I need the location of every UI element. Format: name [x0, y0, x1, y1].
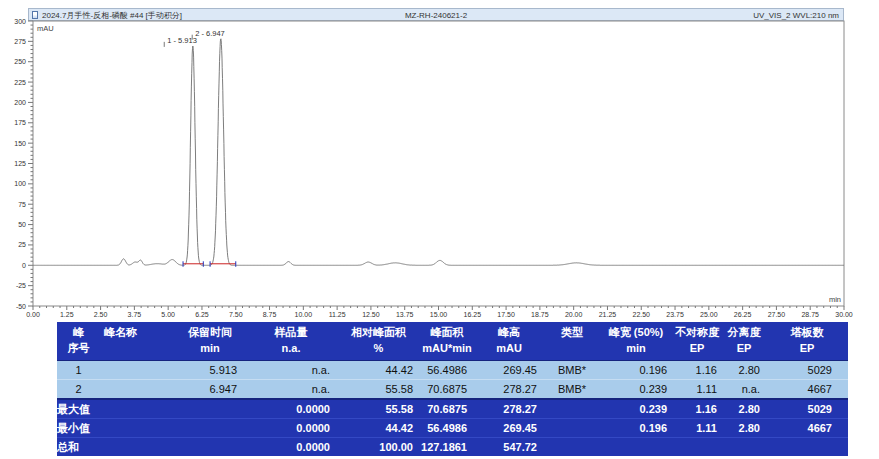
x-axis-tick-label: 11.25 — [329, 311, 346, 318]
y-axis-tick-label: -25 — [16, 282, 26, 289]
cell-relative-area: 55.58 — [337, 380, 420, 400]
cell-height: 278.27 — [474, 399, 544, 419]
peak-row[interactable]: 15.913n.a.44.4256.4986269.45BMB*0.1961.1… — [57, 361, 848, 380]
column-header-amount: 样品量n.a. — [245, 322, 337, 361]
plot-border — [33, 21, 844, 306]
cell-resolution: 2.80 — [722, 419, 766, 438]
table-header-row: 峰序号峰名称保留时间min样品量n.a.相对峰面积%峰面积mAU*min峰高mA… — [57, 322, 848, 361]
cell-resolution: 2.80 — [722, 399, 766, 419]
cell-amount: 0.0000 — [245, 399, 337, 419]
cell-area: 56.4986 — [420, 361, 474, 380]
cell-resolution: 2.80 — [722, 361, 766, 380]
x-axis-tick-label: 22.50 — [632, 311, 650, 318]
y-axis-tick-label: 75 — [18, 201, 26, 208]
y-axis-tick-label: 0 — [22, 262, 26, 269]
y-axis-tick-label: 300 — [14, 18, 26, 25]
x-axis-tick-label: 8.75 — [263, 311, 277, 318]
cell-plates: 4667 — [766, 419, 848, 438]
cell-relative-area: 100.00 — [337, 438, 420, 457]
x-axis-unit-label: min — [829, 295, 841, 304]
cell-asymmetry — [672, 438, 722, 457]
y-axis-tick-label: 250 — [14, 58, 26, 65]
cell-area: 56.4986 — [420, 419, 474, 438]
cell-retention-time: 5.913 — [175, 361, 245, 380]
summary-label: 总和 — [57, 438, 175, 457]
cell-plates: 5029 — [766, 399, 848, 419]
x-axis-tick-label: 17.50 — [497, 311, 515, 318]
x-axis-tick-label: 30.00 — [835, 311, 853, 318]
cell-amount: n.a. — [245, 361, 337, 380]
cell-height: 269.45 — [474, 361, 544, 380]
cell-peak-number: 2 — [57, 380, 100, 400]
y-axis-tick-label: -50 — [16, 303, 26, 310]
cell-asymmetry: 1.16 — [672, 399, 722, 419]
cell-area: 70.6875 — [420, 380, 474, 400]
cell-plates — [766, 438, 848, 457]
column-header-type: 类型 — [544, 322, 600, 361]
cell-height: 547.72 — [474, 438, 544, 457]
x-axis-tick-label: 10.00 — [295, 311, 313, 318]
trace-layer — [33, 39, 844, 267]
cell-width-50: 0.239 — [600, 380, 672, 400]
cell-amount: n.a. — [245, 380, 337, 400]
integration-results-table: 峰序号峰名称保留时间min样品量n.a.相对峰面积%峰面积mAU*min峰高mA… — [57, 322, 848, 456]
cell-peak-name — [100, 361, 175, 380]
column-header-area: 峰面积mAU*min — [420, 322, 474, 361]
x-axis-tick-label: 18.75 — [531, 311, 549, 318]
cell-type — [544, 419, 600, 438]
cell-retention-time: 6.947 — [175, 380, 245, 400]
peak-row[interactable]: 26.947n.a.55.5870.6875278.27BMB*0.2391.1… — [57, 380, 848, 400]
cell-width-50 — [600, 438, 672, 457]
cell-area: 127.1861 — [420, 438, 474, 457]
cell-amount: 0.0000 — [245, 419, 337, 438]
column-header-resolution: 分离度EP — [722, 322, 766, 361]
x-axis-tick-label: 0.00 — [26, 311, 40, 318]
y-axis-tick-label: 150 — [14, 140, 26, 147]
column-header-peak-name: 峰名称 — [100, 322, 175, 361]
cell-height: 278.27 — [474, 380, 544, 400]
x-axis-tick-label: 25.00 — [700, 311, 718, 318]
y-axis-unit-label: mAU — [37, 24, 54, 33]
chromatogram-plot[interactable]: mAU min 0.001.252.503.755.006.257.508.75… — [0, 0, 879, 320]
cell-resolution: n.a. — [722, 380, 766, 400]
x-axis-tick-label: 7.50 — [229, 311, 243, 318]
column-header-asymmetry: 不对称度EP — [672, 322, 722, 361]
summary-label: 最大值 — [57, 399, 175, 419]
cell-relative-area: 44.42 — [337, 419, 420, 438]
cell-amount: 0.0000 — [245, 438, 337, 457]
y-axis-tick-label: 50 — [18, 221, 26, 228]
summary-row-sum: 总和0.0000100.00127.1861547.72 — [57, 438, 848, 457]
x-axis-tick-label: 1.25 — [60, 311, 74, 318]
column-header-peak-number: 峰序号 — [57, 322, 100, 361]
chromatography-report-view: 2024.7月手性-反相-磷酸 #44 [手动积分] MZ-RH-240621-… — [0, 0, 879, 459]
column-header-relative-area: 相对峰面积% — [337, 322, 420, 361]
x-axis-tick-label: 3.75 — [128, 311, 142, 318]
summary-row-max: 最大值0.000055.5870.6875278.270.2391.162.80… — [57, 399, 848, 419]
y-axis-tick-label: 275 — [14, 38, 26, 45]
cell-retention-time — [175, 419, 245, 438]
y-axis-tick-label: 125 — [14, 160, 26, 167]
x-axis-tick-label: 20.00 — [565, 311, 583, 318]
y-axis-tick-label: 200 — [14, 99, 26, 106]
x-axis-tick-label: 15.00 — [430, 311, 448, 318]
x-axis-tick-label: 2.50 — [94, 311, 108, 318]
cell-retention-time — [175, 438, 245, 457]
column-header-retention-time: 保留时间min — [175, 322, 245, 361]
cell-type: BMB* — [544, 380, 600, 400]
x-axis-tick-label: 13.75 — [396, 311, 414, 318]
y-axis-tick-label: 100 — [14, 180, 26, 187]
axes-layer: 0.001.252.503.755.006.257.508.7510.0011.… — [14, 18, 853, 319]
cell-width-50: 0.196 — [600, 419, 672, 438]
column-header-height: 峰高mAU — [474, 322, 544, 361]
x-axis-tick-label: 21.25 — [599, 311, 617, 318]
x-axis-tick-label: 6.25 — [195, 311, 209, 318]
x-axis-tick-label: 23.75 — [666, 311, 684, 318]
cell-resolution — [722, 438, 766, 457]
cell-retention-time — [175, 399, 245, 419]
cell-width-50: 0.239 — [600, 399, 672, 419]
cell-relative-area: 55.58 — [337, 399, 420, 419]
y-axis-tick-label: 175 — [14, 119, 26, 126]
y-axis-tick-label: 25 — [18, 241, 26, 248]
cell-relative-area: 44.42 — [337, 361, 420, 380]
cell-area: 70.6875 — [420, 399, 474, 419]
